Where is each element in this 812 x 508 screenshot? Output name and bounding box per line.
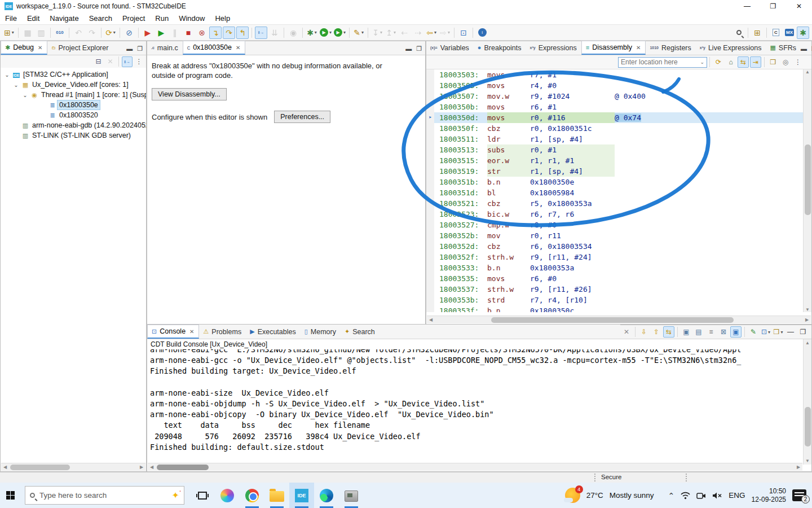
maximize-view-icon[interactable]: ❐ bbox=[137, 45, 143, 52]
task-view-button[interactable] bbox=[190, 483, 215, 508]
console-tab-console[interactable]: ⊡Console✕ bbox=[147, 325, 199, 339]
disassembly-vscrollbar[interactable]: ▲ ▼ bbox=[803, 69, 811, 312]
save-button[interactable]: ▦ bbox=[21, 27, 34, 39]
close-icon[interactable]: ✕ bbox=[38, 45, 42, 51]
minimize-view-icon[interactable]: ▬ bbox=[126, 45, 133, 52]
pin-view-button[interactable]: ◎ bbox=[780, 56, 791, 68]
taskbar-search-input[interactable]: Type here to search ✦ bbox=[25, 486, 184, 505]
disassembly-row[interactable]: 18003519:strr1, [sp, #4] bbox=[426, 166, 811, 177]
view-menu-button[interactable]: ⋮ bbox=[134, 56, 144, 67]
minimize-view-icon[interactable]: ▬ bbox=[405, 45, 412, 52]
views-tab-live-expressions[interactable]: x²yLive Expressions bbox=[696, 41, 766, 55]
tree-item-0x1800350e[interactable]: ≣0x1800350e bbox=[1, 100, 146, 110]
expander-icon[interactable]: ⌄ bbox=[3, 72, 11, 78]
home-button[interactable]: ⌂ bbox=[725, 56, 736, 68]
close-icon[interactable]: ✕ bbox=[189, 329, 194, 335]
wifi-icon[interactable] bbox=[681, 492, 690, 500]
scroll-right-icon[interactable]: ▶ bbox=[795, 465, 802, 470]
menu-search[interactable]: Search bbox=[84, 13, 117, 24]
scroll-right-icon[interactable]: ▶ bbox=[803, 317, 811, 322]
dropdown-arrow-icon[interactable]: ▾ bbox=[343, 30, 346, 35]
disassembly-row[interactable]: 1800352b:movr0, r11 bbox=[426, 230, 811, 241]
commit-button[interactable]: ↧▾ bbox=[371, 27, 383, 39]
disassembly-row[interactable]: 1800352d:cbzr6, 0x18003534 bbox=[426, 241, 811, 252]
debug-panel-hscrollbar[interactable]: ◀ ▶ bbox=[1, 463, 145, 471]
editor-tab-0x1800350e[interactable]: c0x1800350e✕ bbox=[183, 41, 246, 55]
scroll-up-button[interactable]: ⇧ bbox=[651, 326, 662, 338]
instruction-stepping-button[interactable]: i→ bbox=[255, 27, 267, 39]
disassembly-row[interactable]: 18003527:cmp.wr8, #0 bbox=[426, 220, 811, 230]
close-icon[interactable]: ✕ bbox=[636, 45, 641, 51]
dropdown-arrow-icon[interactable]: ▾ bbox=[380, 30, 382, 35]
pin-button[interactable]: ✎ bbox=[748, 326, 759, 338]
link-with-editor-button[interactable]: ⊡ bbox=[457, 27, 470, 39]
close-icon[interactable]: ✕ bbox=[236, 45, 240, 51]
volume-muted-icon[interactable] bbox=[712, 492, 722, 500]
next-edit-button[interactable]: ⇢ bbox=[412, 27, 424, 39]
disassembly-row[interactable]: 18003515:eor.wr1, r1, #1 bbox=[426, 155, 811, 166]
disassembly-hscrollbar[interactable]: ◀ ▶ bbox=[427, 316, 811, 323]
terminate-relaunch-button[interactable]: ▶ bbox=[155, 27, 167, 39]
chrome-button[interactable] bbox=[240, 483, 264, 508]
dropdown-arrow-icon[interactable]: ▾ bbox=[315, 30, 317, 35]
suspend-button[interactable]: ∥ bbox=[169, 27, 181, 39]
instruction-stepping-toggle[interactable]: i→ bbox=[122, 56, 133, 67]
link-console-button[interactable]: ⇆ bbox=[663, 326, 674, 338]
views-tab-expressions[interactable]: x²yExpressions bbox=[526, 41, 581, 55]
dropdown-arrow-icon[interactable]: ▾ bbox=[780, 330, 783, 335]
dropdown-arrow-icon[interactable]: ▾ bbox=[448, 30, 450, 35]
views-tab-variables[interactable]: (x)=Variables bbox=[426, 41, 474, 55]
edge-button[interactable] bbox=[314, 483, 339, 508]
undo-button[interactable]: ↶ bbox=[72, 27, 85, 39]
clear-console-button[interactable]: ⊠ bbox=[718, 326, 729, 338]
menu-navigate[interactable]: Navigate bbox=[45, 13, 83, 24]
chevron-down-icon[interactable]: ⌄ bbox=[700, 59, 704, 65]
copilot-button[interactable] bbox=[215, 483, 240, 508]
disassembly-row[interactable]: 18003535:movsr6, #0 bbox=[426, 273, 811, 284]
close-button[interactable]: ✕ bbox=[786, 0, 812, 12]
maximize-button[interactable]: ❐ bbox=[760, 0, 786, 12]
menu-help[interactable]: Help bbox=[210, 13, 235, 24]
disassembly-row[interactable]: 18003505:movsr4, #0 bbox=[426, 80, 811, 91]
tree-item-st-link-st-link-gdb-server-[interactable]: ▥ST-LINK (ST-LINK GDB server) bbox=[1, 130, 146, 141]
scroll-left-icon[interactable]: ◀ bbox=[427, 317, 435, 322]
views-tab-sfrs[interactable]: ▦SFRs bbox=[766, 41, 801, 55]
resume-button[interactable]: ▶ bbox=[142, 27, 154, 39]
step-into-button[interactable]: ↴ bbox=[209, 27, 222, 39]
expander-icon[interactable]: ⌄ bbox=[21, 92, 29, 98]
dropdown-arrow-icon[interactable]: ▾ bbox=[12, 30, 14, 35]
dropdown-arrow-icon[interactable]: ▾ bbox=[361, 30, 364, 35]
menu-edit[interactable]: Edit bbox=[22, 13, 45, 24]
restart-button[interactable]: ⟳▾ bbox=[104, 27, 117, 39]
console-hscrollbar[interactable]: ◀ ▶ bbox=[148, 463, 802, 471]
display-console-button[interactable]: ⊡▾ bbox=[760, 326, 771, 338]
location-input[interactable]: Enter location here ⌄ bbox=[618, 57, 707, 68]
disassembly-row[interactable]: 1800351b:b.n0x1800350e bbox=[426, 177, 811, 187]
view-menu-button[interactable]: ⋮ bbox=[792, 56, 804, 68]
reset-device-button[interactable]: ◉ bbox=[287, 27, 299, 39]
disassembly-row[interactable]: 18003507:mov.wr9, #1024@ 0x400 bbox=[426, 91, 811, 102]
pin-console-button[interactable]: ▣ bbox=[730, 326, 742, 338]
info-button[interactable]: i bbox=[476, 27, 488, 39]
refresh-view-button[interactable]: ⟳ bbox=[713, 56, 724, 68]
disassembly-listing[interactable]: 18003503:movsr7, #118003505:movsr4, #018… bbox=[426, 69, 811, 312]
console-tab-memory[interactable]: ▯Memory bbox=[301, 325, 341, 339]
external-tools-button[interactable]: ▶▾ bbox=[333, 27, 346, 39]
new-button[interactable]: ⊞▾ bbox=[3, 27, 15, 39]
scroll-left-icon[interactable]: ◀ bbox=[148, 465, 156, 470]
scroll-lock-button[interactable]: ▤ bbox=[693, 326, 704, 338]
minimize-view-button[interactable]: — bbox=[785, 326, 796, 338]
weather-temp[interactable]: 27°C bbox=[586, 491, 603, 500]
console-tab-search[interactable]: ✦Search bbox=[341, 325, 379, 339]
save-all-button[interactable]: ▥ bbox=[35, 27, 47, 39]
menu-run[interactable]: Run bbox=[150, 13, 174, 24]
new-view-button[interactable]: ❒ bbox=[767, 56, 779, 68]
dropdown-arrow-icon[interactable]: ▾ bbox=[113, 30, 116, 35]
tree-item--stm32-c-c-application-[interactable]: ⌄IDE[STM32 C/C++ Application] bbox=[1, 69, 146, 80]
skip-all-breakpoints-button[interactable]: ⊘ bbox=[123, 27, 135, 39]
disconnect-button[interactable]: ⊗ bbox=[196, 27, 208, 39]
follow-pc-button[interactable]: ⇥ bbox=[750, 56, 761, 68]
disassembly-row[interactable]: ➤1800350d:movsr0, #116@ 0x74 bbox=[426, 112, 811, 123]
console-output[interactable]: arm-none-eabi-gcc E:/STM32N6/stm32n6_git… bbox=[147, 349, 811, 461]
dropdown-arrow-icon[interactable]: ▾ bbox=[768, 330, 770, 335]
